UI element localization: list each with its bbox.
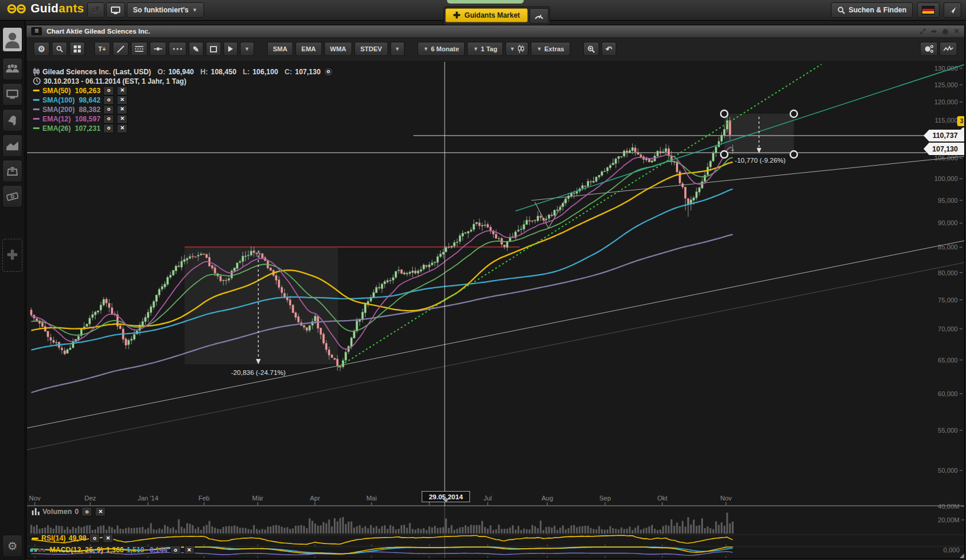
instrument-search-button[interactable] <box>52 42 67 56</box>
notification-tab[interactable] <box>447 0 524 4</box>
indicator-settings-button[interactable]: o <box>103 124 114 133</box>
chart-type-select[interactable]: ▼ <box>505 42 528 56</box>
svg-text:Nov: Nov <box>720 495 732 502</box>
indicator-remove-button[interactable]: ✕ <box>117 124 127 133</box>
undo-button[interactable]: ↶ <box>602 42 616 56</box>
dotted-line-tool-button[interactable] <box>169 42 186 56</box>
svg-text:75,000: 75,000 <box>938 297 958 304</box>
wma-button[interactable]: WMA <box>324 42 353 56</box>
expand-icon[interactable]: ⤢ <box>920 27 926 35</box>
rsi-settings-button[interactable]: o <box>89 533 100 543</box>
pulse-view-button[interactable] <box>939 42 957 56</box>
area-chart-icon <box>6 141 18 150</box>
svg-text:115,000: 115,000 <box>935 117 958 124</box>
edge-notification-badge[interactable]: 3 <box>957 116 965 126</box>
line-swatch <box>33 108 40 110</box>
period-select[interactable]: ▼6 Monate <box>418 42 465 56</box>
svg-text:Dez: Dez <box>84 495 96 502</box>
stdev-button[interactable]: STDEV <box>354 42 388 56</box>
svg-text:Apr: Apr <box>310 495 320 502</box>
sma-button[interactable]: SMA <box>267 42 293 56</box>
sidebar-item-alerts[interactable] <box>2 109 22 131</box>
clock-icon <box>33 77 41 85</box>
price-tag-last: 107,130 <box>924 143 965 155</box>
more-indicators-button[interactable]: ▼ <box>390 42 405 56</box>
trendline-tool-button[interactable] <box>113 42 129 56</box>
indicator-remove-button[interactable]: ✕ <box>117 86 127 95</box>
pointer-tool-button[interactable] <box>224 42 238 56</box>
rectangle-tool-button[interactable] <box>206 42 221 56</box>
instrument-settings-button[interactable]: o <box>324 67 333 77</box>
svg-text:Jul: Jul <box>484 495 492 502</box>
monitor-icon <box>111 6 120 14</box>
sidebar-item-people[interactable] <box>2 58 22 80</box>
extras-select[interactable]: ▼Extras <box>531 42 570 56</box>
indicator-settings-button[interactable]: o <box>103 86 114 95</box>
close-icon[interactable]: ✕ <box>954 27 960 35</box>
volume-remove-button[interactable]: ✕ <box>95 507 106 516</box>
chevron-down-icon: ▼ <box>423 46 429 52</box>
reload-icon: ↺ <box>92 5 100 15</box>
indicator-remove-button[interactable]: ✕ <box>117 105 127 114</box>
indicator-remove-button[interactable]: ✕ <box>117 114 127 124</box>
instrument-name: Gilead Sciences Inc. (Last, USD) <box>42 68 151 76</box>
widget-titlebar[interactable]: ≡ Chart Aktie Gilead Sciences Inc. ⤢ ➦ ◉… <box>27 25 964 38</box>
text-tool-button[interactable]: T+ <box>94 42 110 56</box>
search-button[interactable]: Suchen & Finden <box>831 2 913 18</box>
add-widget-button[interactable]: ✚ <box>2 239 22 272</box>
pulse-icon <box>944 45 953 52</box>
fibonacci-tool-button[interactable] <box>131 42 147 56</box>
svg-text:Sep: Sep <box>599 495 611 502</box>
more-tools-button[interactable]: ▼ <box>240 42 254 56</box>
indicator-settings-button[interactable]: o <box>103 95 114 105</box>
sidebar-item-desktop[interactable] <box>2 83 22 106</box>
indicator-remove-button[interactable]: ✕ <box>117 95 127 105</box>
horizontal-line-tool-button[interactable] <box>150 42 166 56</box>
macd-icon <box>30 549 45 552</box>
settings-button[interactable]: ⚙ <box>2 535 22 557</box>
search-icon <box>56 45 63 52</box>
svg-text:Aug: Aug <box>541 495 553 502</box>
sidebar-item-drawer[interactable] <box>2 160 22 182</box>
crosshair-date-tag: 29.05.2014 <box>422 491 470 502</box>
language-flag-button[interactable] <box>917 2 939 18</box>
record-icon[interactable]: ◉ <box>942 27 948 35</box>
market-button-group: ✚Guidants Market <box>443 6 550 25</box>
send-button[interactable] <box>944 2 961 18</box>
svg-text:55,000: 55,000 <box>938 427 958 434</box>
price-tag-upper[interactable]: 110,737 <box>924 130 965 141</box>
sidebar-item-markets[interactable] <box>2 134 22 157</box>
instrument-row: Gilead Sciences Inc. (Last, USD) O:106,9… <box>33 67 333 76</box>
bubbles-view-button[interactable] <box>920 42 938 56</box>
sidebar-item-money[interactable] <box>2 185 22 207</box>
topbar: Guidants ↺ So funktioniert's▼ ✚Guidants … <box>0 0 966 21</box>
screen-button[interactable] <box>106 2 125 18</box>
how-it-works-button[interactable]: So funktioniert's▼ <box>127 2 204 18</box>
chart-settings-button[interactable]: ⚙ <box>34 42 50 56</box>
volume-settings-button[interactable]: o <box>81 507 92 516</box>
sidebar-item-profile[interactable] <box>2 27 22 52</box>
svg-text:85,000: 85,000 <box>938 243 958 251</box>
trendline-icon <box>117 45 124 53</box>
widget-menu-icon[interactable]: ≡ <box>31 27 42 35</box>
macd-remove-button[interactable]: ✕ <box>184 545 195 555</box>
interval-select[interactable]: ▼1 Tag <box>467 42 503 56</box>
export-icon[interactable]: ➦ <box>931 27 937 35</box>
chart-canvas[interactable]: NovDezJan '14FebMärAprMaiJunJulAugSepOkt… <box>27 61 965 559</box>
freehand-tool-button[interactable]: ✎ <box>189 42 203 56</box>
ema-button[interactable]: EMA <box>295 42 321 56</box>
guidants-market-button[interactable]: ✚Guidants Market <box>445 8 528 22</box>
svg-text:Mai: Mai <box>366 495 377 502</box>
gauge-button[interactable] <box>530 8 548 24</box>
macd-settings-button[interactable]: o <box>170 545 181 555</box>
indicator-settings-button[interactable]: o <box>103 105 114 114</box>
guidants-logo[interactable]: Guidants <box>7 2 84 15</box>
dotted-line-icon <box>173 47 182 51</box>
rectangle-icon <box>210 46 217 52</box>
reload-button[interactable]: ↺ <box>87 2 104 18</box>
sidebar: ✚ ⚙ <box>0 21 25 560</box>
rsi-remove-button[interactable]: ✕ <box>103 533 113 543</box>
layout-grid-button[interactable] <box>70 42 85 56</box>
zoom-button[interactable] <box>583 42 599 56</box>
indicator-settings-button[interactable]: o <box>103 114 114 124</box>
